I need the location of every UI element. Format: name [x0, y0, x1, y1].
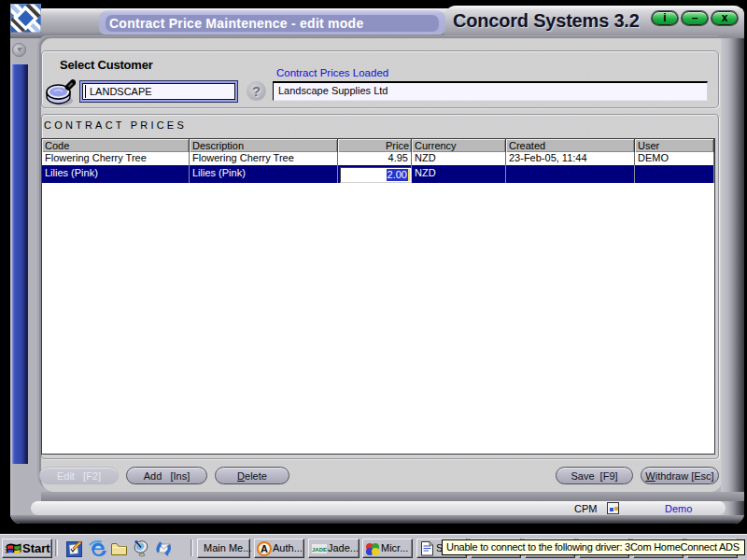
- svg-text:JADE: JADE: [312, 547, 327, 553]
- svg-text:A: A: [261, 543, 268, 554]
